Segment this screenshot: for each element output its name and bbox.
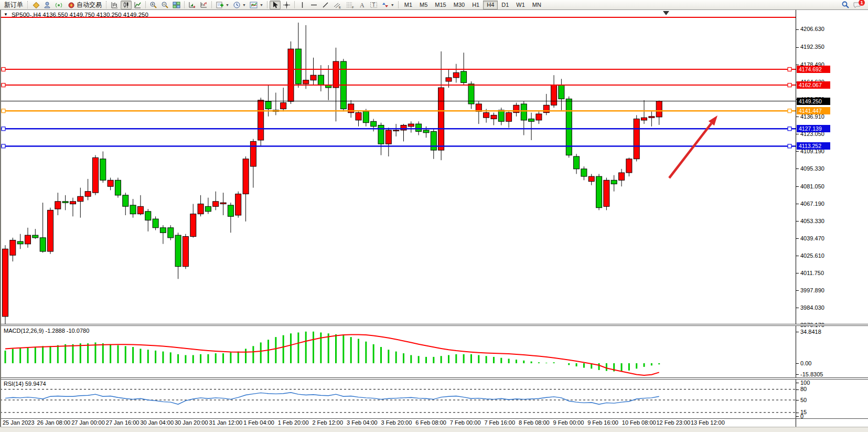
price-lines-layer[interactable] <box>0 17 796 148</box>
timeframe-H4[interactable]: H4 <box>483 1 498 9</box>
axis-tick-mark <box>796 374 799 375</box>
zoom-in-button[interactable] <box>148 1 159 9</box>
tile-windows-button[interactable] <box>171 1 182 9</box>
time-tick-label: 9 Feb 00:00 <box>553 419 584 426</box>
price-tick-label: 3997.890 <box>800 287 824 293</box>
text-label-button[interactable]: T <box>368 1 379 9</box>
horizontal-line-icon <box>310 1 318 9</box>
arrows-button[interactable]: ▼ <box>380 1 396 9</box>
new-chart-icon <box>216 1 224 9</box>
axis-tick-mark <box>796 256 799 256</box>
cursor-icon <box>271 1 279 9</box>
svg-text:F: F <box>352 6 354 9</box>
person-icon <box>44 1 51 9</box>
chart-shift-marker[interactable] <box>663 11 669 15</box>
profile-button[interactable] <box>42 1 53 9</box>
price-tick-label: 4039.470 <box>800 235 824 241</box>
axis-tick-mark <box>796 400 799 401</box>
auto-trading-button[interactable]: 自动交易 <box>65 1 104 9</box>
periods-button[interactable]: ▼ <box>231 1 248 9</box>
axis-tick-mark <box>796 238 799 239</box>
dropdown-caret-icon: ▼ <box>260 3 263 7</box>
rsi-pane[interactable] <box>0 380 796 418</box>
toolbar-separator <box>211 1 212 8</box>
resistance-line-2-handle <box>788 83 791 87</box>
timeframe-H1[interactable]: H1 <box>468 1 483 9</box>
crosshair-button[interactable] <box>281 1 292 9</box>
cursor-button[interactable] <box>270 1 281 9</box>
axis-tick-mark <box>796 47 799 48</box>
timeframe-MN[interactable]: MN <box>529 1 545 9</box>
indicators-button[interactable]: ▼ <box>248 1 265 9</box>
pane-splitter[interactable] <box>0 324 868 326</box>
zoom-out-button[interactable] <box>159 1 170 9</box>
price-tick-label: 4081.050 <box>800 183 824 189</box>
text-button[interactable]: A <box>357 1 368 9</box>
time-tick-label: 31 Jan 12:00 <box>209 419 243 426</box>
chart-shift-icon <box>200 1 208 9</box>
time-tick-label: 13 Feb 12:00 <box>691 419 725 426</box>
pivot-line-handle <box>2 109 5 113</box>
timeframe-M30[interactable]: M30 <box>450 1 468 9</box>
price-tick-label: 4025.610 <box>800 252 824 259</box>
pane-splitter[interactable] <box>0 377 868 380</box>
time-tick-label: 26 Jan 08:00 <box>37 419 71 426</box>
price-tick-label: 4011.750 <box>800 270 824 276</box>
equidistant-channel-button[interactable]: E <box>331 1 344 9</box>
axis-tick-mark <box>796 363 799 364</box>
horizontal-line-button[interactable] <box>308 1 319 9</box>
new-chart-button[interactable]: ▼ <box>214 1 231 9</box>
time-tick-label: 8 Feb 08:00 <box>519 419 550 426</box>
dropdown-caret-icon: ▼ <box>226 3 229 7</box>
chart-shift-button[interactable] <box>198 1 209 9</box>
timeframe-W1[interactable]: W1 <box>512 1 529 9</box>
favorites-button[interactable] <box>30 1 41 9</box>
svg-text:T: T <box>372 2 375 8</box>
chat-button[interactable]: 1 <box>851 1 863 9</box>
price-chart-pane[interactable] <box>0 10 796 324</box>
vertical-line-button[interactable] <box>297 1 308 9</box>
axis-tick-mark <box>796 308 799 308</box>
macd-pane[interactable] <box>0 326 796 377</box>
timeframe-M1[interactable]: M1 <box>401 1 416 9</box>
price-tick-label: 80 <box>800 386 807 392</box>
toolbar-grip <box>106 1 108 8</box>
candlestick-chart-button[interactable] <box>121 1 132 9</box>
timeframe-toolbar: M1M5M15M30H1H4D1W1MN <box>401 1 545 9</box>
timeframe-M15[interactable]: M15 <box>431 1 449 9</box>
line-chart-button[interactable] <box>132 1 143 9</box>
tile-windows-icon <box>173 1 180 9</box>
axis-tick-mark <box>796 290 799 291</box>
time-tick-label: 7 Feb 00:00 <box>450 419 481 426</box>
clock-icon <box>233 1 241 9</box>
price-tick-label: 3984.030 <box>800 304 824 311</box>
resistance-line-1-handle <box>788 68 791 71</box>
signals-button[interactable] <box>53 1 65 9</box>
timeframe-D1[interactable]: D1 <box>498 1 512 9</box>
rsi-line <box>5 393 659 405</box>
auto-trading-label: 自动交易 <box>77 1 102 9</box>
new-order-button[interactable]: 新订单 <box>2 1 26 9</box>
price-tick-label: 4053.330 <box>800 218 824 224</box>
axis-tick-mark <box>796 134 799 134</box>
timeframe-M5[interactable]: M5 <box>416 1 431 9</box>
search-button[interactable] <box>840 1 851 9</box>
trendline-button[interactable] <box>320 1 331 9</box>
text-label-icon: T <box>370 1 378 9</box>
time-tick-label: 3 Feb 04:00 <box>347 419 378 426</box>
axis-tick-mark <box>796 389 799 390</box>
time-tick-label: 9 Feb 16:00 <box>587 419 618 426</box>
time-tick-label: 27 Jan 16:00 <box>106 419 140 426</box>
symbol-dropdown-icon[interactable]: ▼ <box>4 12 8 17</box>
auto-scroll-button[interactable] <box>187 1 198 9</box>
resistance-line-2-handle <box>2 83 5 87</box>
toolbar-separator <box>398 1 399 8</box>
price-line-badge: 4174.692 <box>797 66 830 73</box>
svg-text:A: A <box>360 2 365 9</box>
time-tick-label: 25 Jan 2023 <box>3 419 35 426</box>
axis-tick-mark <box>796 29 799 30</box>
search-icon <box>841 1 850 9</box>
time-tick-label: 6 Feb 08:00 <box>415 419 446 426</box>
bar-chart-button[interactable] <box>109 1 120 9</box>
fibonacci-button[interactable]: F <box>344 1 356 9</box>
